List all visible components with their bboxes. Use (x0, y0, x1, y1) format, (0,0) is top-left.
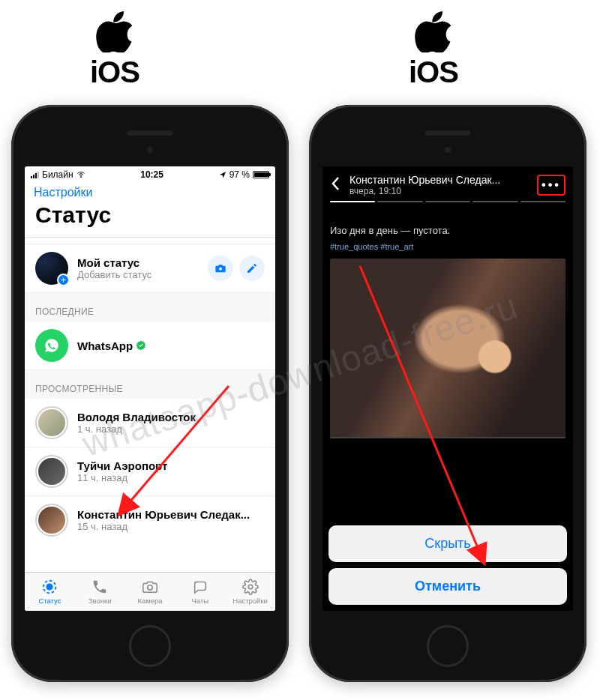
cancel-button[interactable]: Отменить (328, 568, 567, 605)
tab-label: Камера (137, 597, 162, 605)
ios-label-left: iOS (90, 11, 140, 89)
contact-time: 15 ч. назад (77, 521, 265, 532)
apple-logo-icon (90, 11, 140, 55)
whatsapp-icon (41, 335, 62, 356)
tab-camera[interactable]: Камера (125, 573, 176, 611)
page-title: Статус (25, 201, 275, 238)
my-status-avatar: + (35, 252, 68, 285)
my-status-title: Мой статус (77, 256, 202, 269)
screen-story-viewer: Константин Юрьевич Следак... вчера, 19:1… (322, 166, 573, 611)
tab-settings[interactable]: Настройки (225, 573, 275, 611)
contact-name: Туйчи Аэропорт (77, 459, 265, 472)
battery-percent: 97 % (230, 169, 250, 180)
add-status-plus-icon: + (57, 274, 70, 286)
story-author: Константин Юрьевич Следак... (350, 174, 530, 186)
tab-label: Статус (38, 597, 61, 605)
tab-label: Чаты (191, 597, 208, 605)
tab-bar: Статус Звонки Камера Чаты Настройки (25, 572, 275, 611)
camera-button[interactable] (208, 256, 233, 281)
whatsapp-title: WhatsApp (77, 340, 133, 352)
story-tags: #true_quotes #true_art (330, 242, 566, 251)
chats-icon (192, 579, 208, 595)
camera-icon (214, 262, 226, 274)
avatar (35, 455, 68, 488)
phone-frame-right: Константин Юрьевич Следак... вчера, 19:1… (309, 105, 586, 682)
wifi-icon (76, 170, 86, 179)
action-sheet: Скрыть Отменить (328, 519, 567, 605)
section-viewed: ПРОСМОТРЕННЫЕ (25, 370, 275, 399)
chevron-left-icon (330, 176, 340, 191)
svg-point-4 (47, 584, 52, 589)
verified-icon (136, 340, 146, 351)
tab-label: Звонки (88, 597, 112, 605)
phone-speaker (128, 130, 172, 136)
tab-label: Настройки (232, 597, 268, 605)
viewed-status-row[interactable]: Туйчи Аэропорт 11 ч. назад (25, 447, 275, 496)
story-image[interactable] (330, 259, 566, 438)
story-caption: Изо дня в день — пустота. (330, 225, 566, 236)
svg-point-6 (248, 585, 253, 589)
clock: 10:25 (140, 169, 164, 180)
edit-button[interactable] (239, 256, 265, 281)
hide-button[interactable]: Скрыть (328, 525, 567, 562)
tab-calls[interactable]: Звонки (75, 573, 125, 611)
whatsapp-avatar (35, 329, 68, 362)
carrier-label: Билайн (42, 169, 74, 180)
story-content: Изо дня в день — пустота. #true_quotes #… (322, 225, 573, 251)
screen-status-list: Билайн 10:25 97 % Настройки Статус + Мой… (25, 166, 275, 611)
ios-status-bar: Билайн 10:25 97 % (25, 166, 275, 183)
svg-point-0 (80, 177, 81, 178)
story-time: вчера, 19:10 (350, 186, 530, 196)
status-icon (41, 579, 58, 595)
section-recent: ПОСЛЕДНИЕ (25, 293, 275, 322)
gear-icon (242, 579, 259, 595)
contact-time: 1 ч. назад (77, 423, 265, 435)
phone-speaker (425, 130, 470, 136)
more-icon: ••• (542, 178, 561, 192)
story-progress (322, 201, 573, 202)
signal-icon (31, 172, 39, 178)
phone-camera (147, 147, 153, 153)
story-header: Константин Юрьевич Следак... вчера, 19:1… (322, 166, 573, 201)
back-button[interactable] (330, 176, 342, 195)
my-status-row[interactable]: + Мой статус Добавить статус (25, 244, 275, 293)
tab-chats[interactable]: Чаты (175, 573, 225, 611)
camera-icon (142, 579, 158, 595)
pencil-icon (246, 262, 258, 274)
contact-name: Константин Юрьевич Следак... (77, 508, 265, 521)
ios-text: iOS (409, 55, 458, 89)
viewed-status-row[interactable]: Володя Владивосток 1 ч. назад (25, 399, 275, 447)
avatar (35, 504, 68, 537)
phone-camera (445, 147, 451, 153)
phone-home-button[interactable] (129, 625, 171, 667)
ios-text: iOS (90, 55, 140, 89)
ios-label-right: iOS (409, 11, 458, 89)
battery-icon (253, 171, 269, 178)
contact-time: 11 ч. назад (77, 472, 265, 483)
svg-point-1 (219, 268, 222, 271)
more-options-button[interactable]: ••• (537, 175, 566, 196)
location-icon (219, 171, 226, 178)
tab-status[interactable]: Статус (25, 573, 75, 611)
svg-point-5 (148, 585, 152, 590)
nav-settings-link[interactable]: Настройки (25, 183, 275, 201)
whatsapp-status-row[interactable]: WhatsApp (25, 322, 275, 370)
avatar (35, 406, 68, 439)
contact-name: Володя Владивосток (77, 411, 265, 423)
phone-frame-left: Билайн 10:25 97 % Настройки Статус + Мой… (11, 105, 289, 682)
apple-logo-icon (409, 11, 458, 55)
viewed-status-row[interactable]: Константин Юрьевич Следак... 15 ч. назад (25, 496, 275, 544)
phone-icon (92, 579, 108, 595)
my-status-subtitle: Добавить статус (77, 269, 202, 280)
phone-home-button[interactable] (427, 625, 469, 667)
